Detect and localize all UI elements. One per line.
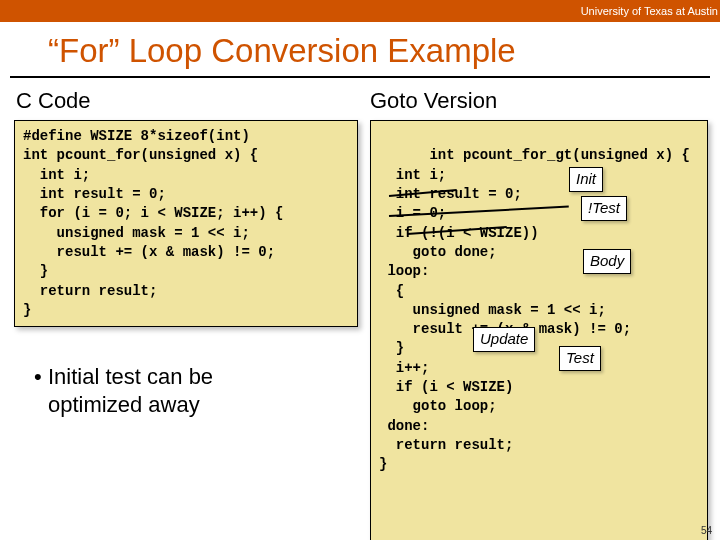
header-bar: University of Texas at Austin: [0, 0, 720, 22]
annot-test: Test: [559, 346, 601, 371]
two-columns: C Code #define WSIZE 8*sizeof(int) int p…: [0, 78, 720, 540]
bullet-indent: [34, 391, 48, 419]
goto-code-text: int pcount_for_gt(unsigned x) { int i; i…: [379, 147, 690, 472]
slide-title: “For” Loop Conversion Example: [0, 22, 720, 76]
right-column: Goto Version int pcount_for_gt(unsigned …: [370, 78, 720, 540]
bullet-line-1: Initial test can be: [48, 364, 213, 389]
left-column: C Code #define WSIZE 8*sizeof(int) int p…: [0, 78, 370, 540]
goto-code-box: int pcount_for_gt(unsigned x) { int i; i…: [370, 120, 708, 540]
goto-heading: Goto Version: [370, 78, 720, 120]
c-code-heading: C Code: [0, 78, 370, 120]
university-name: University of Texas at Austin: [581, 5, 718, 17]
annot-not-test: !Test: [581, 196, 627, 221]
annot-body: Body: [583, 249, 631, 274]
bullet-point: •Initial test can be optimized away: [0, 327, 370, 418]
c-code-box: #define WSIZE 8*sizeof(int) int pcount_f…: [14, 120, 358, 327]
bullet-dot: •: [34, 363, 48, 391]
bullet-line-2: optimized away: [48, 392, 200, 417]
annot-update: Update: [473, 327, 535, 352]
annot-init: Init: [569, 167, 603, 192]
page-number: 54: [701, 525, 712, 536]
